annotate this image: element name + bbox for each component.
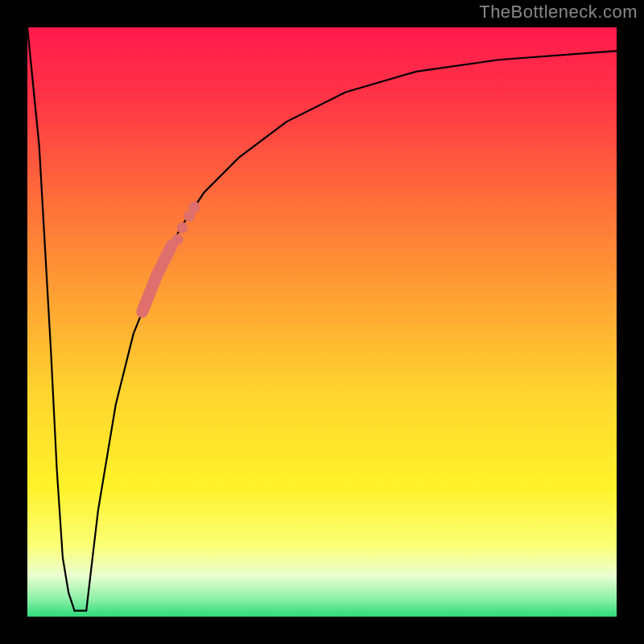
watermark-text: TheBottleneck.com	[479, 2, 638, 23]
highlight-markers	[142, 201, 200, 312]
highlight-dot	[172, 234, 184, 246]
highlight-dot	[188, 201, 200, 213]
plot-frame	[24, 24, 620, 620]
chart-curves	[27, 27, 617, 617]
right-ascent-curve	[86, 51, 617, 610]
plot-area	[27, 27, 617, 617]
left-descent-curve	[27, 27, 75, 611]
highlight-dot	[177, 222, 188, 233]
highlight-band	[142, 246, 172, 312]
chart-stage: TheBottleneck.com	[0, 0, 644, 644]
